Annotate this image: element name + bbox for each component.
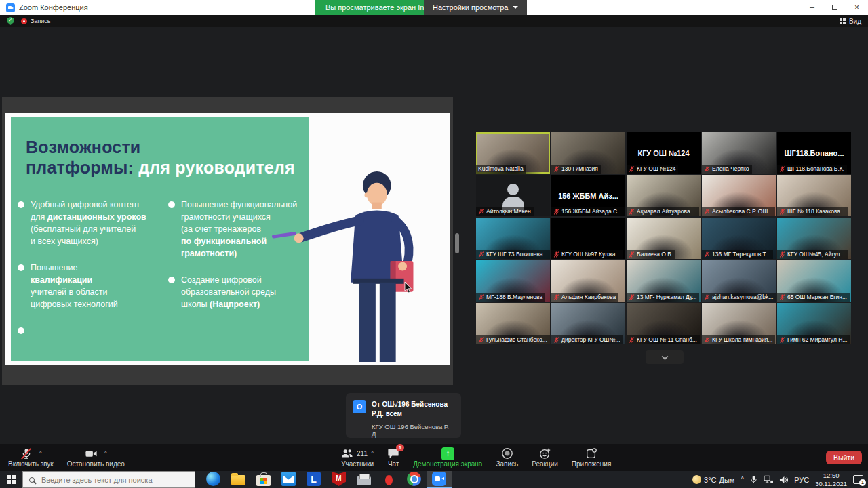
- taskbar-app-zoom[interactable]: [427, 471, 452, 488]
- minimize-button[interactable]: –: [801, 0, 823, 15]
- participant-tile[interactable]: КГУ ОШ №97 Кулжа...: [551, 218, 625, 259]
- participant-label: Гимн 62 Мирамгул Н...: [777, 336, 850, 344]
- participant-tile[interactable]: Асылбекова С.Р. ОШ...: [702, 175, 776, 216]
- participant-tile[interactable]: директор КГУ ОШ№...: [551, 303, 625, 344]
- participant-tile[interactable]: Ақмарал Айтуарова ...: [627, 175, 701, 216]
- participant-name: ajzhan.kasymova@bk...: [712, 293, 773, 300]
- taskbar-app-mail[interactable]: [276, 471, 301, 488]
- participant-label: Елена Чертко: [702, 165, 752, 174]
- volume-icon[interactable]: [779, 476, 788, 484]
- apps-button[interactable]: Приложения: [572, 447, 612, 468]
- participant-tile[interactable]: 13 МГ- Нуржамал Ду...: [627, 260, 701, 302]
- participant-label: директор КГУ ОШ№...: [551, 336, 623, 344]
- stop-video-button[interactable]: ^ Остановить видео: [63, 447, 129, 468]
- chat-notification[interactable]: О От ОШ√196 Бейсенова Р.Д. всем КГУ ОШ 1…: [346, 393, 461, 438]
- muted-mic-icon: [779, 294, 785, 300]
- participant-tile[interactable]: КГУ ШГ 73 Бокишева...: [476, 218, 550, 259]
- participant-tile[interactable]: ajzhan.kasymova@bk...: [702, 260, 776, 302]
- participant-tile[interactable]: ШГ № 118 Казакова...: [777, 175, 851, 216]
- participant-name: Елена Чертко: [712, 165, 749, 172]
- chat-button[interactable]: 1 Чат: [387, 447, 399, 468]
- weather-icon: [692, 475, 701, 484]
- participant-tile[interactable]: КГУ ОШ № 11 Спанб...: [627, 303, 701, 344]
- taskbar-app-printer[interactable]: [351, 471, 376, 488]
- taskbar-app-store[interactable]: [251, 471, 276, 488]
- participant-tile[interactable]: КГУ Школа-гимназия...: [702, 303, 776, 344]
- share-screen-button[interactable]: Демонстрация экрана: [413, 447, 482, 468]
- taskbar-app-explorer[interactable]: [226, 471, 251, 488]
- tray-expand-caret[interactable]: ^: [741, 476, 744, 483]
- participant-tile[interactable]: Айтолқын Мекен: [476, 175, 550, 216]
- muted-mic-icon: [553, 294, 559, 300]
- participant-tile[interactable]: 156 ЖББМ Айз...156 ЖББМ Айзада С...: [551, 175, 625, 216]
- collapse-gallery-button[interactable]: [646, 350, 684, 364]
- taskbar-app-chrome[interactable]: [401, 471, 427, 488]
- chat-notification-body: КГУ ОШ 196 Бейсенова Р. Д.: [372, 423, 454, 438]
- maximize-button[interactable]: [823, 0, 846, 15]
- participants-button[interactable]: 211 ^ Участники: [341, 447, 374, 468]
- leave-meeting-button[interactable]: Выйти: [826, 451, 862, 464]
- participant-name: 13 МГ- Нуржамал Ду...: [637, 293, 696, 300]
- participant-label: 130 Гимназия: [551, 165, 601, 174]
- participant-name: ШГ № 118 Казакова...: [787, 208, 845, 215]
- participant-tile[interactable]: Гимн 62 Мирамгул Н...: [777, 303, 851, 344]
- participant-tile[interactable]: ШГ118.Бопано...ШГ118.Бопанова Б.К.: [777, 132, 851, 174]
- bullet-dot: [168, 201, 175, 208]
- search-input[interactable]: [40, 475, 189, 485]
- tray-mic-icon[interactable]: [750, 475, 757, 484]
- muted-mic-icon: [629, 337, 635, 343]
- record-button[interactable]: Запись: [496, 447, 518, 468]
- muted-mic-icon: [779, 337, 785, 343]
- taskbar-app-opera[interactable]: [376, 471, 401, 488]
- recording-icon[interactable]: [21, 18, 27, 24]
- participant-label: Kudimova Natalia: [476, 165, 526, 174]
- muted-mic-icon: [478, 294, 484, 300]
- taskbar-app-lapp[interactable]: [301, 471, 326, 488]
- participant-label: КГУ ОШ №124: [627, 165, 678, 174]
- slide-title-line2-dark: платформы:: [26, 158, 134, 177]
- scrollbar-thumb[interactable]: [455, 233, 459, 253]
- close-button[interactable]: ×: [846, 0, 868, 15]
- muted-mic-icon: [629, 251, 635, 258]
- apps-label: Приложения: [572, 460, 612, 468]
- participant-tile[interactable]: Валиева О.Б.: [627, 218, 701, 259]
- reactions-button[interactable]: Реакции: [532, 447, 558, 468]
- record-label: Запись: [496, 460, 518, 468]
- taskbar-app-edge[interactable]: [201, 471, 226, 488]
- language-indicator[interactable]: РУС: [794, 476, 809, 484]
- participant-tile[interactable]: КГУ ОШ №124КГУ ОШ №124: [627, 132, 701, 174]
- start-button[interactable]: [0, 471, 22, 488]
- participant-name: 65 ОШ Маржан Егин...: [787, 293, 847, 300]
- taskbar-app-mcafee[interactable]: [326, 471, 351, 488]
- participant-tile[interactable]: МГ-188 Б.Мауленова: [476, 260, 550, 302]
- opera-icon: [385, 475, 393, 485]
- slide-bullet: Повышение функциональной грамотности уча…: [168, 199, 312, 260]
- participant-tile[interactable]: Елена Чертко: [702, 132, 776, 174]
- participant-tile[interactable]: Kudimova Natalia: [476, 132, 550, 174]
- participant-tile[interactable]: 130 Гимназия: [551, 132, 625, 174]
- network-icon[interactable]: [764, 475, 773, 484]
- view-settings-button[interactable]: Настройки просмотра: [424, 0, 527, 15]
- view-button[interactable]: Вид: [840, 18, 861, 25]
- bullet-dot: [168, 277, 175, 283]
- unmute-button[interactable]: ^ Включить звук: [4, 447, 58, 468]
- weather-widget[interactable]: 3°C Дым: [692, 475, 734, 484]
- participant-tile[interactable]: Гульнафис Станбеко...: [476, 303, 550, 344]
- participant-tile[interactable]: КГУ ОШ№45, Айгул...: [777, 218, 851, 259]
- participant-tile[interactable]: Альфия Каирбекова: [551, 260, 625, 302]
- taskbar-search[interactable]: [22, 471, 195, 488]
- video-options-caret[interactable]: ^: [104, 451, 107, 457]
- participant-tile[interactable]: 65 ОШ Маржан Егин...: [777, 260, 851, 302]
- bullet-dot: [18, 327, 24, 334]
- weather-temp: 3°C: [704, 476, 716, 484]
- slide-title-line2-light: для руководителя: [138, 158, 295, 177]
- participant-name: Валиева О.Б.: [637, 251, 673, 258]
- clock[interactable]: 12:50 30.11.2021: [815, 472, 847, 487]
- participant-name: Гульнафис Станбеко...: [486, 336, 547, 343]
- participants-caret[interactable]: ^: [371, 451, 374, 457]
- muted-mic-icon: [779, 209, 785, 215]
- participant-tile[interactable]: 136 МГ Төрекұлов Т...: [702, 218, 776, 259]
- notification-center-icon[interactable]: 1: [853, 475, 863, 484]
- audio-options-caret[interactable]: ^: [39, 451, 42, 457]
- security-shield-icon[interactable]: [7, 17, 14, 25]
